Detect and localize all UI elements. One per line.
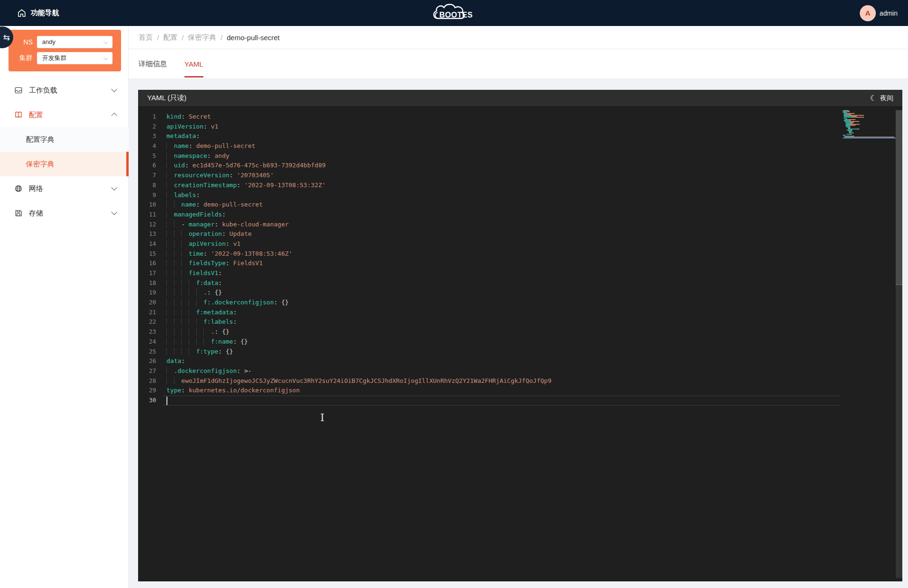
code-line: 17 fieldsV1:	[138, 268, 551, 278]
avatar: A	[860, 5, 876, 21]
line-number: 22	[138, 317, 156, 327]
line-number: 1	[138, 112, 156, 122]
breadcrumb-link[interactable]: 保密字典	[188, 33, 216, 42]
page-header: 首页/配置/保密字典/demo-pull-secret 详细信息YAML	[129, 26, 908, 79]
line-content: fieldsV1:	[166, 268, 222, 278]
line-content: f:.dockerconfigjson: {}	[166, 298, 288, 308]
tab-bar: 详细信息YAML	[139, 49, 203, 78]
line-content: apiVersion: v1	[166, 122, 218, 132]
home-icon	[17, 9, 26, 18]
chevron-down-icon	[104, 40, 108, 44]
line-number: 27	[138, 366, 156, 376]
breadcrumb-link[interactable]: 首页	[139, 33, 153, 42]
line-number: 11	[138, 210, 156, 220]
line-content: data:	[166, 356, 185, 366]
breadcrumb-link[interactable]: 配置	[163, 33, 177, 42]
line-number: 21	[138, 308, 156, 318]
line-number: 26	[138, 356, 156, 366]
brand-text: BOOTES	[439, 11, 473, 19]
line-content: operation: Update	[166, 229, 252, 239]
line-content: name: demo-pull-secret	[166, 141, 255, 151]
line-content: namespace: andy	[166, 151, 229, 161]
code-line: 4 name: demo-pull-secret	[138, 141, 551, 151]
code-line: 11 managedFields:	[138, 210, 551, 220]
sidebar-item-storage[interactable]: 存储	[0, 201, 129, 225]
cluster-label: 集群	[9, 54, 37, 62]
editor-header: YAML (只读) ☾ 夜间	[138, 90, 902, 107]
sidebar-subitem-label: 配置字典	[26, 135, 54, 144]
yaml-editor[interactable]: 1kind: Secret2apiVersion: v13metadata:4 …	[138, 107, 902, 581]
sidebar-item-config[interactable]: 配置	[0, 103, 129, 127]
code-line: 25 f:type: {}	[138, 347, 551, 357]
tab-label: 详细信息	[139, 60, 167, 69]
sidebar-subitem-label: 保密字典	[26, 160, 54, 169]
line-number: 29	[138, 386, 156, 396]
night-mode-toggle[interactable]: ☾ 夜间	[870, 94, 893, 103]
line-content: time: '2022-09-13T08:53:46Z'	[166, 249, 292, 259]
nav-home-label: 功能导航	[31, 9, 59, 17]
line-content: f:data:	[166, 278, 222, 288]
breadcrumb-separator: /	[220, 34, 222, 42]
breadcrumb-separator: /	[182, 34, 183, 42]
moon-icon: ☾	[870, 94, 877, 103]
code-line: 23 .: {}	[138, 327, 551, 337]
breadcrumb-separator: /	[157, 34, 159, 42]
code-line: 20 f:.dockerconfigjson: {}	[138, 298, 551, 308]
line-content: ewoJImF1dGhzIjogewoJCSJyZWcucnVuc3RhY2su…	[166, 376, 551, 386]
code-line: 12 - manager: kube-cloud-manager	[138, 220, 551, 230]
cluster-select-value: 开发集群	[42, 54, 67, 61]
code-line: 24 f:name: {}	[138, 337, 551, 347]
code-line: 22 f:labels:	[138, 317, 551, 327]
editor-title: YAML (只读)	[147, 94, 186, 103]
line-number: 2	[138, 122, 156, 132]
code-line: 29type: kubernetes.io/dockerconfigjson	[138, 386, 551, 396]
code-line: 14 apiVersion: v1	[138, 239, 551, 249]
sidebar-item-configmap[interactable]: 配置字典	[0, 127, 129, 152]
yaml-editor-panel: YAML (只读) ☾ 夜间 1kind: Secret2apiVersion:…	[138, 90, 902, 581]
tab-details[interactable]: 详细信息	[139, 49, 167, 78]
cluster-select[interactable]: 开发集群	[37, 52, 113, 64]
line-number: 20	[138, 298, 156, 308]
namespace-select[interactable]: andy	[37, 36, 113, 48]
code-line: 6 uid: ec1d457e-5d76-475c-b693-7392d4bbf…	[138, 161, 551, 171]
sidebar-item-label: 工作负载	[29, 86, 57, 95]
breadcrumb: 首页/配置/保密字典/demo-pull-secret	[139, 26, 279, 49]
namespace-select-value: andy	[42, 38, 55, 45]
tab-yaml[interactable]: YAML	[184, 49, 203, 78]
line-number: 15	[138, 249, 156, 259]
brand-logo: BOOTES	[431, 2, 477, 25]
code-line: 3metadata:	[138, 131, 551, 141]
code-line: 7 resourceVersion: '20703405'	[138, 171, 551, 181]
scrollbar-thumb[interactable]	[896, 110, 902, 285]
code-line: 13 operation: Update	[138, 229, 551, 239]
line-content: f:metadata:	[166, 308, 237, 318]
code-line: 28 ewoJImF1dGhzIjogewoJCSJyZWcucnVuc3RhY…	[138, 376, 551, 386]
line-number: 5	[138, 151, 156, 161]
user-menu[interactable]: A admin	[860, 0, 898, 26]
sidebar-item-workloads[interactable]: 工作负载	[0, 78, 129, 103]
line-content: f:type: {}	[166, 347, 233, 357]
sidebar-item-secret[interactable]: 保密字典	[0, 152, 129, 176]
line-number: 12	[138, 220, 156, 230]
editor-scrollbar[interactable]	[896, 110, 902, 578]
code-line: 15 time: '2022-09-13T08:53:46Z'	[138, 249, 551, 259]
topbar: 功能导航 BOOTES A admin	[0, 0, 908, 26]
tab-active-underline	[184, 76, 203, 78]
line-content: apiVersion: v1	[166, 239, 241, 249]
code-line: 10 name: demo-pull-secret	[138, 200, 551, 210]
line-content: managedFields:	[166, 210, 226, 220]
line-content: labels:	[166, 190, 200, 200]
sidebar-menu: 工作负载配置配置字典保密字典网络存储	[0, 78, 129, 225]
sidebar-item-network[interactable]: 网络	[0, 176, 129, 201]
sidebar-item-label: 配置	[29, 111, 43, 120]
sidebar: ⇆ NS andy 集群 开发集群 工作负载配置配置字典保密字典网络存储	[0, 26, 129, 588]
config-icon	[14, 111, 23, 119]
nav-home[interactable]: 功能导航	[17, 0, 59, 26]
code-line: 1kind: Secret	[138, 112, 551, 122]
minimap-line	[843, 138, 896, 139]
storage-icon	[14, 209, 23, 217]
code-lines: 1kind: Secret2apiVersion: v13metadata:4 …	[138, 112, 551, 406]
code-line: 2apiVersion: v1	[138, 122, 551, 132]
code-line: 21 f:metadata:	[138, 308, 551, 318]
code-line: 26data:	[138, 356, 551, 366]
